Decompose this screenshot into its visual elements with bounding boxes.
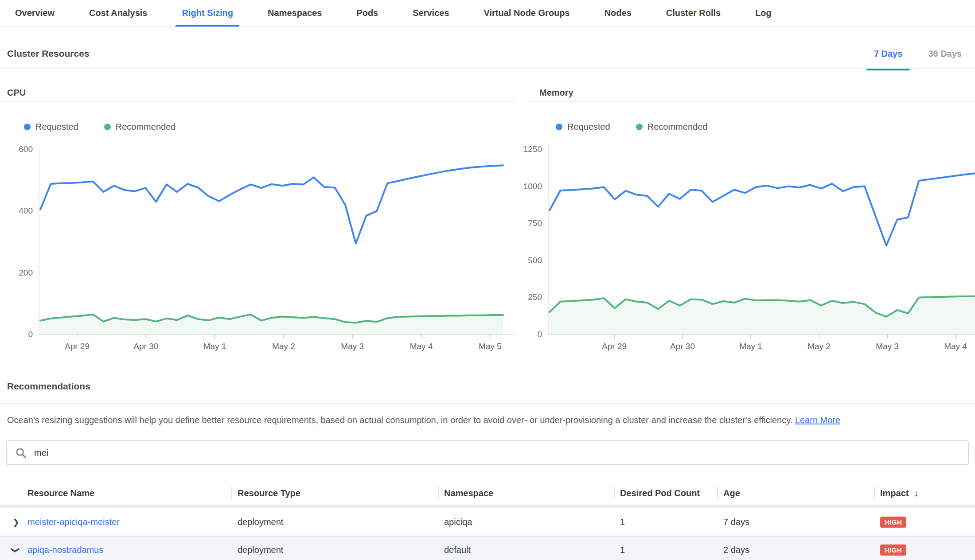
svg-text:May 2: May 2 [272, 342, 295, 351]
column-header-resource-name[interactable]: Resource Name [27, 481, 231, 505]
resource-name-link[interactable]: apiqa-nostradamus [27, 545, 103, 555]
svg-text:0: 0 [537, 330, 542, 339]
cell-desired-pod-count: 1 [614, 545, 717, 555]
tab-pods[interactable]: Pods [350, 0, 384, 27]
svg-text:500: 500 [528, 256, 542, 265]
recommended-legend-dot-icon [104, 124, 111, 130]
table-header-row: Resource NameResource TypeNamespaceDesir… [0, 481, 975, 505]
cpu-chart-title: CPU [0, 84, 515, 98]
legend-item-requested[interactable]: Requested [556, 122, 610, 132]
recommendations-description: Ocean's resizing suggestions will help y… [7, 414, 968, 426]
tab-namespaces[interactable]: Namespaces [261, 0, 328, 27]
expander-column-header [0, 481, 27, 505]
column-header-impact[interactable]: Impact↓ [874, 481, 975, 505]
column-header-resource-type[interactable]: Resource Type [231, 481, 438, 505]
memory-line-chart: 025050075010001250Apr 29Apr 30May 1May 2… [523, 142, 975, 355]
svg-text:Apr 29: Apr 29 [602, 342, 627, 351]
chevron-right-icon[interactable]: ❯ [12, 517, 20, 527]
legend-label: Requested [35, 122, 78, 132]
cell-resource-type: deployment [231, 517, 438, 527]
tab-cluster-rolls[interactable]: Cluster Rolls [660, 0, 727, 27]
svg-text:0: 0 [28, 330, 33, 339]
recommendations-title: Recommendations [7, 381, 90, 392]
svg-text:400: 400 [19, 206, 33, 215]
tab-log[interactable]: Log [749, 0, 778, 27]
cell-namespace: default [438, 545, 614, 555]
cell-namespace: apiciqa [438, 517, 614, 527]
cluster-resources-header: Cluster Resources 7 Days30 Days [7, 46, 968, 61]
cell-resource-type: deployment [231, 545, 438, 555]
svg-text:May 4: May 4 [410, 342, 433, 351]
svg-text:600: 600 [19, 144, 33, 154]
cpu-chart-legend: RequestedRecommended [24, 122, 176, 132]
resource-name-link[interactable]: meister-apiciqa-meister [27, 517, 120, 527]
tab-virtual-node-groups[interactable]: Virtual Node Groups [478, 0, 576, 27]
tab-services[interactable]: Services [406, 0, 455, 27]
cell-desired-pod-count: 1 [614, 517, 717, 527]
tab-bar: OverviewCost AnalysisRight SizingNamespa… [0, 0, 975, 27]
column-header-label: Age [723, 488, 740, 498]
chart-title-divider [528, 101, 975, 102]
legend-label: Recommended [116, 122, 176, 132]
column-header-label: Impact [880, 488, 909, 498]
memory-chart-legend: RequestedRecommended [556, 122, 707, 132]
svg-text:May 3: May 3 [876, 342, 899, 351]
svg-text:May 5: May 5 [479, 342, 502, 351]
svg-text:200: 200 [19, 268, 33, 277]
sort-descending-icon[interactable]: ↓ [914, 488, 918, 498]
section-divider [0, 403, 975, 404]
right-sizing-page: OverviewCost AnalysisRight SizingNamespa… [0, 0, 975, 560]
chevron-down-icon[interactable]: ❯ [11, 547, 21, 554]
cell-age: 7 days [717, 517, 874, 527]
tab-nodes[interactable]: Nodes [598, 0, 638, 27]
tab-overview[interactable]: Overview [9, 0, 61, 27]
svg-text:750: 750 [528, 218, 542, 228]
memory-chart-panel: Memory RequestedRecommended 025050075010… [523, 84, 975, 355]
column-header-label: Namespace [444, 488, 493, 498]
svg-text:250: 250 [528, 292, 542, 302]
svg-text:Apr 30: Apr 30 [133, 342, 158, 351]
search-icon [15, 447, 27, 459]
cell-age: 2 days [717, 545, 874, 555]
legend-label: Recommended [647, 122, 708, 132]
column-header-label: Resource Type [238, 488, 300, 498]
svg-text:1000: 1000 [523, 182, 542, 191]
svg-text:May 4: May 4 [944, 342, 967, 351]
resource-search-box[interactable] [6, 440, 969, 465]
search-input[interactable] [34, 448, 968, 458]
range-30-days[interactable]: 30 Days [928, 49, 962, 59]
svg-text:May 1: May 1 [203, 342, 226, 351]
chart-title-divider [0, 101, 515, 102]
legend-item-recommended[interactable]: Recommended [636, 122, 708, 132]
svg-text:1250: 1250 [523, 144, 542, 154]
impact-badge: HIGH [880, 544, 906, 556]
table-row-meister-apiciqa-meister[interactable]: ❯meister-apiciqa-meisterdeploymentapiciq… [0, 508, 975, 536]
tab-cost-analysis[interactable]: Cost Analysis [83, 0, 154, 27]
memory-chart-title: Memory [523, 84, 975, 98]
range-7-days[interactable]: 7 Days [874, 49, 903, 59]
table-row-apiqa-nostradamus[interactable]: ❯apiqa-nostradamusdeploymentdefault12 da… [0, 536, 975, 560]
recommendations-description-text: Ocean's resizing suggestions will help y… [7, 415, 792, 425]
svg-text:May 2: May 2 [807, 342, 831, 351]
legend-item-requested[interactable]: Requested [24, 122, 78, 132]
learn-more-link[interactable]: Learn More [795, 415, 840, 425]
section-divider [0, 68, 975, 69]
time-range-toggle: 7 Days30 Days [874, 49, 968, 59]
cpu-line-chart: 0200400600Apr 29Apr 30May 1May 2May 3May… [0, 142, 515, 355]
cluster-resources-title: Cluster Resources [7, 48, 90, 59]
table-header-shadow [0, 505, 975, 508]
tab-right-sizing[interactable]: Right Sizing [176, 0, 239, 27]
recommended-legend-dot-icon [636, 124, 643, 130]
column-header-label: Desired Pod Count [620, 488, 700, 498]
column-header-desired-pod-count[interactable]: Desired Pod Count [614, 481, 717, 505]
column-header-label: Resource Name [27, 488, 94, 498]
table-body: ❯meister-apiciqa-meisterdeploymentapiciq… [0, 508, 975, 560]
svg-text:May 3: May 3 [341, 342, 364, 351]
column-header-namespace[interactable]: Namespace [438, 481, 614, 505]
column-header-age[interactable]: Age [717, 481, 874, 505]
legend-item-recommended[interactable]: Recommended [104, 122, 176, 132]
svg-text:Apr 30: Apr 30 [670, 342, 695, 351]
svg-text:May 1: May 1 [739, 342, 762, 351]
svg-text:Apr 29: Apr 29 [65, 342, 90, 351]
recommendations-table: Resource NameResource TypeNamespaceDesir… [0, 481, 975, 560]
